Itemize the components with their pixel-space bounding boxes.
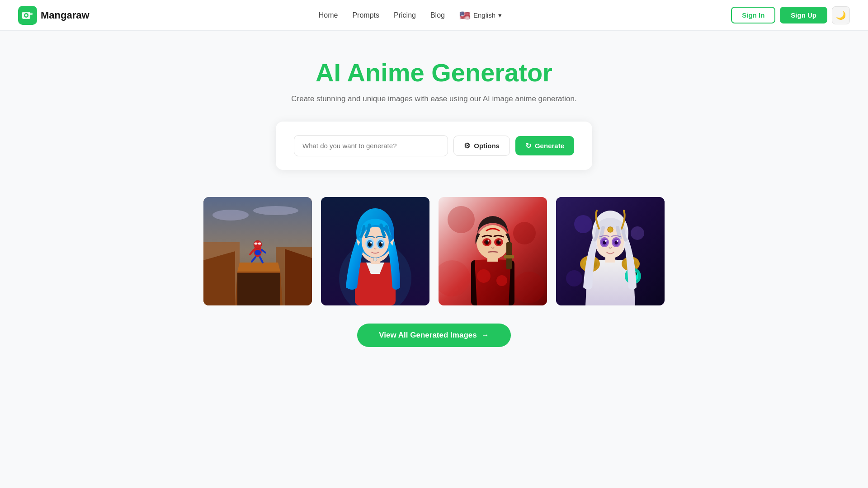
- nav-links: Home Prompts Pricing Blog 🇺🇸 English ▾: [319, 10, 502, 21]
- svg-point-41: [381, 242, 383, 244]
- svg-point-49: [477, 269, 491, 283]
- svg-point-59: [488, 240, 489, 242]
- logo-icon: [18, 6, 37, 25]
- svg-marker-9: [203, 251, 235, 305]
- svg-point-50: [496, 275, 507, 286]
- svg-point-15: [255, 250, 261, 255]
- nav-pricing[interactable]: Pricing: [394, 11, 416, 19]
- svg-point-45: [513, 222, 536, 244]
- svg-rect-62: [504, 255, 514, 258]
- chevron-down-icon: ▾: [498, 11, 502, 19]
- svg-rect-23: [237, 273, 280, 305]
- hero-subtitle: Create stunning and unique images with e…: [291, 94, 576, 103]
- svg-point-88: [608, 227, 613, 232]
- nav-prompts[interactable]: Prompts: [352, 11, 379, 19]
- refresh-icon: ↻: [525, 141, 531, 150]
- svg-point-86: [605, 240, 607, 242]
- gallery-image-3[interactable]: [439, 197, 547, 305]
- gallery-image-1[interactable]: [203, 197, 312, 305]
- svg-point-47: [513, 272, 545, 303]
- flag-icon: 🇺🇸: [459, 10, 471, 21]
- svg-point-42: [373, 258, 377, 261]
- signup-button[interactable]: Sign Up: [780, 7, 827, 23]
- logo-text: Mangaraw: [41, 9, 90, 21]
- main-content: AI Anime Generator Create stunning and u…: [0, 31, 868, 374]
- language-selector[interactable]: 🇺🇸 English ▾: [459, 10, 502, 21]
- prompt-input[interactable]: [294, 135, 448, 156]
- svg-point-5: [212, 210, 249, 221]
- svg-point-21: [255, 243, 258, 245]
- svg-point-60: [500, 240, 501, 242]
- generator-row: ⚙ Options ↻ Generate: [294, 135, 574, 156]
- generate-label: Generate: [535, 142, 564, 150]
- svg-point-52: [476, 225, 509, 259]
- svg-point-44: [448, 206, 475, 233]
- view-all-button[interactable]: View All Generated Images →: [357, 324, 510, 347]
- logo[interactable]: Mangaraw: [18, 6, 90, 25]
- svg-point-87: [617, 240, 618, 242]
- svg-point-66: [566, 270, 582, 286]
- moon-icon: 🌙: [836, 10, 846, 20]
- svg-point-40: [370, 242, 372, 244]
- signin-button[interactable]: Sign In: [731, 7, 775, 23]
- generate-button[interactable]: ↻ Generate: [515, 136, 574, 155]
- options-label: Options: [474, 142, 500, 150]
- svg-marker-11: [237, 263, 280, 272]
- theme-toggle-button[interactable]: 🌙: [832, 6, 850, 24]
- nav-actions: Sign In Sign Up 🌙: [731, 6, 850, 24]
- language-label: English: [473, 11, 495, 19]
- gallery-image-2[interactable]: [321, 197, 429, 305]
- image-gallery: [203, 197, 665, 305]
- gallery-image-4[interactable]: [556, 197, 665, 305]
- nav-home[interactable]: Home: [319, 11, 338, 19]
- svg-point-6: [253, 206, 298, 215]
- hero-title: AI Anime Generator: [316, 58, 552, 87]
- options-button[interactable]: ⚙ Options: [453, 136, 510, 156]
- svg-point-22: [258, 243, 261, 245]
- svg-point-2: [25, 14, 28, 16]
- svg-marker-10: [285, 249, 312, 305]
- view-all-label: View All Generated Images: [379, 331, 476, 340]
- svg-point-64: [574, 215, 592, 233]
- svg-point-65: [631, 226, 644, 240]
- generator-container: ⚙ Options ↻ Generate: [276, 122, 592, 170]
- navbar: Mangaraw Home Prompts Pricing Blog 🇺🇸 En…: [0, 0, 868, 31]
- nav-blog[interactable]: Blog: [430, 11, 445, 19]
- svg-rect-3: [29, 13, 33, 15]
- gear-icon: ⚙: [464, 141, 470, 150]
- arrow-right-icon: →: [481, 331, 489, 340]
